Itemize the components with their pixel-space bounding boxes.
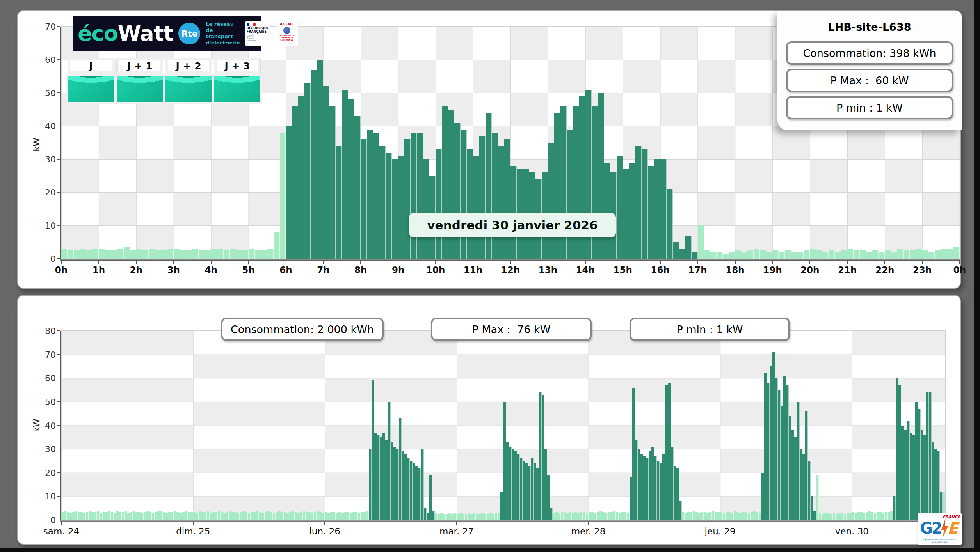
bar [388, 402, 391, 520]
x-tick [248, 261, 249, 264]
bar [386, 153, 392, 259]
bar [785, 250, 791, 259]
bar [270, 512, 273, 520]
bar [779, 252, 785, 259]
ecowatt-signal-tile-j2[interactable] [165, 76, 212, 102]
bar [432, 511, 435, 520]
bar [165, 513, 168, 520]
bar [481, 513, 484, 520]
bar [629, 163, 635, 259]
bar [391, 442, 393, 520]
bar [836, 514, 838, 520]
bar [78, 512, 80, 520]
bar [393, 447, 396, 520]
bar [174, 249, 180, 259]
bar [770, 366, 772, 520]
bar [355, 512, 358, 520]
bar [797, 252, 804, 259]
bar [267, 511, 270, 520]
bar [772, 250, 779, 259]
bar [385, 440, 388, 520]
bar [255, 250, 261, 259]
bar [610, 512, 613, 520]
bar [882, 513, 885, 520]
bar [926, 392, 929, 520]
y-tick [57, 59, 60, 60]
bar [281, 512, 284, 520]
x-tick-label: 1h [92, 265, 105, 275]
forecast-button-j3[interactable]: J + 3 [214, 58, 260, 102]
bar [75, 511, 78, 520]
ecowatt-signal-tile-j[interactable] [68, 76, 114, 102]
bar [567, 130, 573, 259]
republique-motto: Liberté Égalité Fraternité [247, 35, 256, 42]
bar [835, 252, 841, 259]
bar [753, 511, 756, 520]
screen-edge-right [974, 0, 980, 552]
forecast-button-j-label[interactable]: J [68, 58, 114, 74]
bar [245, 512, 248, 520]
bar [731, 513, 734, 520]
bar [605, 513, 608, 520]
bar [715, 512, 717, 520]
bar [410, 461, 413, 520]
bar [68, 250, 74, 259]
bar [210, 513, 212, 520]
x-tick [61, 522, 62, 525]
bar [392, 159, 398, 259]
y-tick-label: 40 [36, 421, 56, 430]
bar [336, 146, 342, 259]
bar [544, 449, 547, 520]
bar [333, 512, 336, 520]
bar [761, 473, 764, 520]
y-tick-label: 30 [36, 154, 56, 164]
ecowatt-signal-tile-j3[interactable] [214, 76, 260, 102]
forecast-button-j2-label[interactable]: J + 2 [165, 58, 212, 74]
bar [417, 133, 423, 259]
x-tick-label: 20h [800, 265, 819, 275]
bar [176, 512, 179, 520]
republique-francaise-logo: RÉPUBLIQUE FRANÇAISE Liberté Égalité Fra… [245, 21, 270, 46]
bar [860, 250, 866, 259]
bar [890, 511, 893, 520]
bar [630, 477, 632, 520]
ecowatt-signal-tile-j1[interactable] [117, 76, 163, 102]
bar [847, 249, 854, 259]
bar [751, 512, 753, 520]
forecast-button-j2[interactable]: J + 2 [165, 58, 212, 102]
bar [704, 250, 710, 259]
y-tick [57, 126, 60, 126]
bar [380, 437, 382, 520]
bar [142, 250, 149, 259]
bar [510, 166, 517, 259]
bar [229, 511, 231, 520]
bar [712, 511, 715, 520]
y-tick-label: 40 [36, 121, 56, 131]
bar [61, 249, 68, 259]
y-tick [57, 192, 60, 193]
bar [550, 508, 553, 520]
bar [367, 130, 373, 259]
forecast-button-j[interactable]: J [68, 58, 114, 102]
bar [879, 512, 882, 520]
forecast-button-j3-label[interactable]: J + 3 [214, 58, 260, 74]
bar [133, 511, 135, 520]
bar [100, 513, 102, 520]
bar [168, 512, 171, 520]
x-tick-label: 18h [726, 265, 744, 275]
x-tick-label: 13h [539, 265, 557, 275]
bar [904, 430, 907, 520]
bar [205, 250, 211, 259]
bar [253, 512, 256, 520]
bar [514, 451, 517, 520]
x-tick-label: 23h [913, 265, 932, 275]
bar [185, 511, 188, 520]
bar [487, 514, 489, 520]
x-tick [473, 261, 473, 264]
bar [127, 513, 130, 520]
ecowatt-logo-eco: éco [78, 21, 118, 46]
forecast-button-j1-label[interactable]: J + 1 [117, 58, 163, 74]
forecast-button-j1[interactable]: J + 1 [117, 58, 163, 102]
bar [910, 433, 912, 520]
bar [667, 189, 673, 259]
